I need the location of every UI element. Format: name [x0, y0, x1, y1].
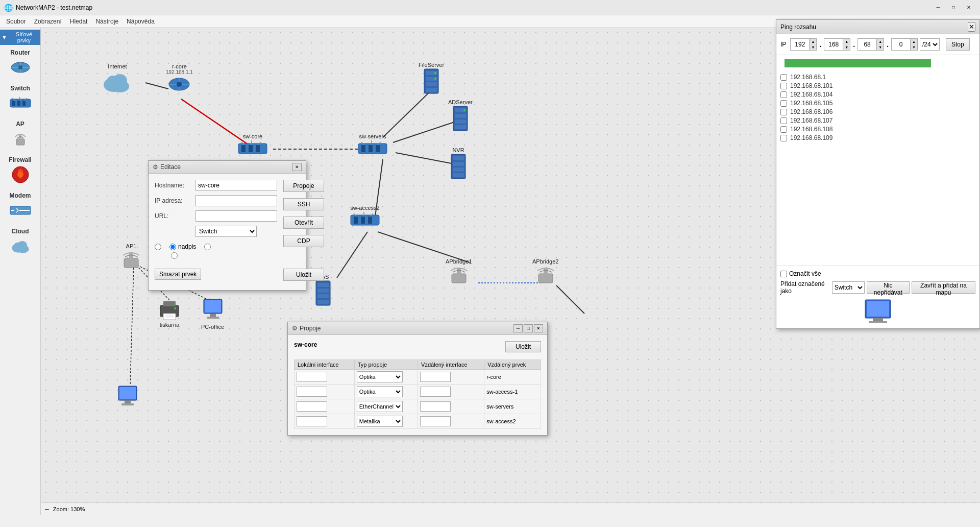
menu-zobrazeni[interactable]: Zobrazení: [30, 17, 66, 26]
menu-napoveda[interactable]: Nápověda: [122, 17, 159, 26]
node-pc-bottom[interactable]: [116, 385, 139, 410]
node-pc-office[interactable]: PC-office: [201, 298, 224, 330]
sidebar-dropdown-icon[interactable]: ▼: [2, 34, 7, 40]
sidebar-item-firewall[interactable]: Firewall: [9, 156, 32, 184]
url-input[interactable]: [195, 210, 277, 222]
ping-check-1[interactable]: [780, 74, 787, 81]
ip-input-4[interactable]: [892, 39, 910, 50]
local-input-2[interactable]: [297, 387, 327, 397]
ip-up-2[interactable]: ▲: [843, 39, 850, 44]
firewall-icon: [9, 165, 32, 184]
cidr-select[interactable]: /24 /16 /8 /23 /25: [920, 38, 940, 51]
ping-header[interactable]: Ping rozsahu ✕: [776, 20, 979, 34]
check-all-checkbox[interactable]: [780, 271, 787, 277]
ping-check-7[interactable]: [780, 126, 787, 133]
propoje-header[interactable]: ⚙ Propoje ─ □ ✕: [288, 322, 547, 335]
zavrit-pridat-button[interactable]: Zavřít a přidat na mapu: [912, 281, 975, 294]
ping-check-6[interactable]: [780, 117, 787, 124]
node-ap1[interactable]: AP1: [120, 242, 142, 270]
hostname-input[interactable]: [195, 180, 277, 191]
edit-dialog-title: Editace: [160, 163, 292, 171]
edit-dialog-close[interactable]: ✕: [292, 163, 302, 171]
add-as-select[interactable]: Switch Router AP Firewall Modem: [832, 281, 865, 294]
node-tiskarna[interactable]: tiskarna: [158, 298, 181, 328]
sidebar-item-switch[interactable]: Switch: [9, 85, 32, 112]
nic-nepridavat-button[interactable]: Nic nepřidávat: [867, 281, 910, 294]
sidebar-item-modem[interactable]: Modem: [9, 192, 32, 220]
ip-down-3[interactable]: ▼: [876, 44, 884, 50]
node-sw-access2[interactable]: sw-access2: [350, 204, 380, 232]
propoje-close[interactable]: ✕: [534, 324, 543, 332]
save-button[interactable]: Uložit: [283, 269, 324, 281]
delete-button[interactable]: Smazat prvek: [155, 269, 201, 280]
remote-input-1[interactable]: [420, 372, 451, 382]
node-sw-core[interactable]: sw-core: [237, 132, 268, 161]
close-button[interactable]: ✕: [962, 3, 976, 13]
radio-option1[interactable]: [155, 244, 161, 250]
ip-up-1[interactable]: ▲: [809, 39, 816, 44]
radio-option3[interactable]: [204, 244, 211, 250]
ip-input[interactable]: [195, 195, 277, 206]
sidebar-item-cloud[interactable]: Cloud: [9, 228, 32, 255]
propoje-button[interactable]: Propoje: [283, 180, 324, 192]
node-sw-servers[interactable]: sw-servers: [357, 132, 388, 161]
propoje-save-button[interactable]: Uložit: [505, 341, 541, 352]
propoje-maximize[interactable]: □: [524, 324, 533, 332]
ssh-button[interactable]: SSH: [283, 198, 324, 210]
remote-input-2[interactable]: [420, 387, 451, 397]
node-apbridge1[interactable]: APbridge1: [446, 257, 472, 285]
scroll-left[interactable]: ─: [45, 506, 49, 512]
ip-input-1[interactable]: [791, 39, 809, 50]
node-adserver[interactable]: ADServer: [448, 98, 473, 132]
radio-input1[interactable]: [155, 244, 161, 250]
radio-option2[interactable]: nadpis: [169, 243, 196, 250]
stop-button[interactable]: Stop: [946, 38, 970, 51]
maximize-button[interactable]: □: [946, 3, 961, 13]
local-input-1[interactable]: [297, 372, 327, 382]
ip-up-3[interactable]: ▲: [876, 39, 884, 44]
ip-up-4[interactable]: ▲: [910, 39, 917, 44]
ping-check-4[interactable]: [780, 100, 787, 107]
ip-input-2[interactable]: [824, 39, 843, 50]
node-apbridge2[interactable]: APbridge2: [532, 257, 558, 285]
ping-check-3[interactable]: [780, 91, 787, 98]
ip-down-1[interactable]: ▼: [809, 44, 816, 50]
ip-input-3[interactable]: [858, 39, 876, 50]
ping-check-8[interactable]: [780, 135, 787, 141]
svg-rect-92: [538, 274, 553, 283]
menu-nastroje[interactable]: Nástroje: [91, 17, 122, 26]
sidebar-item-router[interactable]: Router: [9, 49, 32, 77]
type-select-3[interactable]: Optika EtherChannel Metalika: [357, 401, 403, 412]
menu-soubor[interactable]: Soubor: [2, 17, 30, 26]
remote-input-3[interactable]: [420, 401, 451, 412]
ping-check-2[interactable]: [780, 83, 787, 89]
sidebar-item-ap[interactable]: AP: [9, 121, 32, 148]
ping-check-5[interactable]: [780, 109, 787, 115]
otevrit-button[interactable]: Otevřít: [283, 217, 324, 229]
propoje-minimize[interactable]: ─: [513, 324, 523, 332]
type-select-1[interactable]: Optika EtherChannel Metalika: [357, 371, 403, 382]
remote-input-4[interactable]: [420, 416, 451, 426]
radio-input3[interactable]: [204, 244, 211, 250]
type-select-2[interactable]: Optika EtherChannel Metalika: [357, 386, 403, 397]
window-controls: ─ □ ✕: [931, 3, 976, 13]
ip-down-4[interactable]: ▼: [910, 44, 917, 50]
local-input-3[interactable]: [297, 401, 327, 412]
cdp-button[interactable]: CDP: [283, 235, 324, 247]
radio-input4[interactable]: [171, 252, 178, 259]
node-nvr[interactable]: NVR: [449, 146, 468, 180]
minimize-button[interactable]: ─: [931, 3, 945, 13]
menu-hledat[interactable]: Hledat: [66, 17, 92, 26]
ping-close-button[interactable]: ✕: [968, 22, 975, 32]
ping-item-7: 192.168.68.108: [780, 126, 975, 133]
edit-dialog-header[interactable]: ⚙ Editace ✕: [149, 161, 306, 174]
type-select[interactable]: Switch Router AP Firewall Modem Cloud: [195, 226, 257, 237]
type-select-4[interactable]: Optika EtherChannel Metalika: [357, 416, 403, 427]
ip-down-2[interactable]: ▼: [843, 44, 850, 50]
node-internet[interactable]: Internet: [100, 62, 135, 95]
node-fileserver[interactable]: FileServer: [419, 61, 444, 94]
svg-rect-71: [455, 125, 466, 129]
node-r-core[interactable]: r-core 192.168.1.1: [166, 62, 193, 94]
radio-input2[interactable]: [169, 244, 176, 250]
local-input-4[interactable]: [297, 416, 327, 426]
